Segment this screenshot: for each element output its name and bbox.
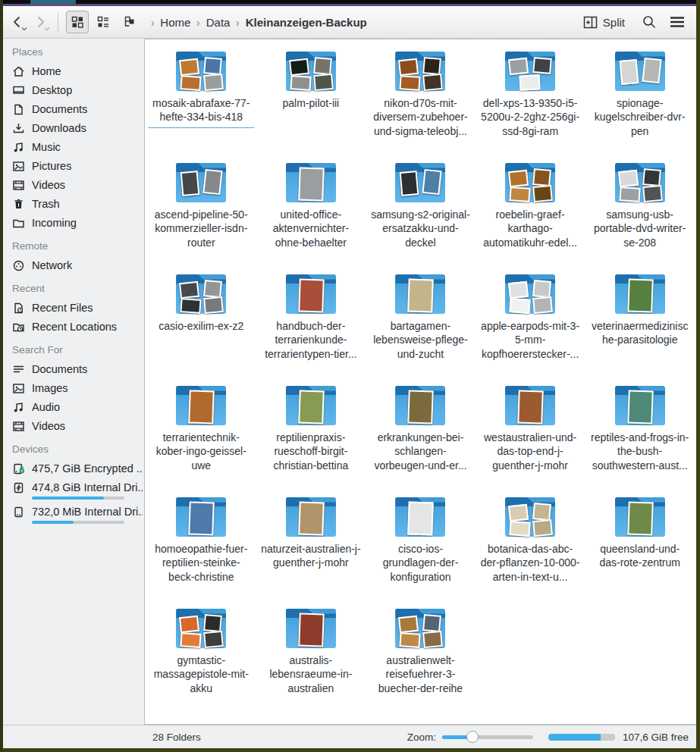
- sidebar-item-images[interactable]: Images: [11, 379, 144, 398]
- sidebar-item-label: Audio: [32, 401, 60, 414]
- folder-item[interactable]: handbuch-der-terrarienkunde-terrarientyp…: [256, 270, 366, 381]
- folder-item[interactable]: apple-earpods-mit-3-5-mm-kopfhoerersteck…: [476, 270, 585, 381]
- sidebar-item-474-8-gib-internal-dri[interactable]: 474,8 GiB Internal Dri...: [11, 478, 144, 503]
- zoom-slider-handle[interactable]: [466, 731, 479, 743]
- folder-label: handbuch-der-terrarienkunde-terrarientyp…: [261, 319, 361, 361]
- folder-item[interactable]: spionage-kugelschreiber-dvr-pen: [585, 47, 695, 158]
- sidebar-item-audio[interactable]: Audio: [11, 398, 144, 417]
- folder-label: casio-exilim-ex-z2: [159, 319, 243, 333]
- back-button[interactable]: [8, 12, 27, 32]
- device-usage-fill: [32, 521, 74, 524]
- folder-item[interactable]: cisco-ios-grundlagen-der-konfiguration: [366, 493, 476, 604]
- folder-item[interactable]: botanica-das-abc-der-pflanzen-10-000-art…: [476, 493, 585, 604]
- folder-view[interactable]: mosaik-abrafaxe-77-hefte-334-bis-418palm…: [144, 39, 696, 725]
- sidebar-item-music[interactable]: Music: [11, 138, 144, 157]
- sidebar-item-videos[interactable]: Videos: [11, 417, 144, 436]
- sidebar-section-title: Places: [12, 46, 144, 58]
- folder-preview-thumb: [423, 631, 444, 648]
- sidebar-item-pictures[interactable]: Pictures: [11, 157, 144, 176]
- folder-item[interactable]: terrarientechnik-kober-ingo-geissel-uwe: [146, 381, 256, 493]
- sidebar-item-downloads[interactable]: Downloads: [11, 119, 144, 138]
- compact-view-button[interactable]: [92, 11, 115, 33]
- trash-icon: [12, 198, 25, 211]
- folder-preview-thumb: [520, 74, 541, 90]
- folder-icon: [395, 496, 445, 538]
- sidebar-item-label: Desktop: [32, 84, 72, 97]
- sidebar-item-documents[interactable]: Documents: [11, 100, 144, 119]
- sidebar-item-recent-files[interactable]: Recent Files: [11, 299, 144, 318]
- sidebar-item-label: 732,0 MiB Internal Dri...: [32, 506, 143, 519]
- folder-item[interactable]: westaustralien-und-das-top-end-j-guenthe…: [476, 381, 585, 493]
- folder-preview-thumb: [423, 74, 444, 91]
- folder-item[interactable]: united-office-aktenvernichter-ohne-behae…: [256, 158, 366, 270]
- places-panel: PlacesHomeDesktopDocumentsDownloadsMusic…: [3, 39, 144, 725]
- folder-item[interactable]: reptiles-and-frogs-in-the-bush-southwest…: [585, 381, 695, 493]
- details-view-button[interactable]: [118, 11, 140, 33]
- icons-view-button[interactable]: [66, 11, 89, 33]
- sidebar-item-home[interactable]: Home: [11, 62, 144, 81]
- folder-item[interactable]: australienwelt-reisefuehrer-3-buecher-de…: [366, 604, 476, 716]
- folder-preview-thumb: [203, 74, 224, 91]
- folder-preview-thumb: [298, 390, 325, 424]
- folder-item[interactable]: gymtastic-massagepistole-mit-akku: [146, 604, 256, 716]
- zoom-slider[interactable]: [442, 731, 533, 743]
- breadcrumb-item[interactable]: Data: [206, 16, 231, 29]
- sidebar-item-label: Documents: [32, 363, 87, 376]
- split-button[interactable]: Split: [580, 13, 628, 32]
- details-view-icon: [122, 15, 136, 29]
- zoom-label: Zoom:: [407, 732, 436, 743]
- folder-icon: [505, 496, 555, 538]
- folder-icon: [615, 50, 665, 92]
- sidebar-item-videos[interactable]: Videos: [11, 176, 144, 195]
- sidebar-item-incoming[interactable]: Incoming: [11, 214, 144, 233]
- folder-item[interactable]: palm-pilot-iii: [256, 47, 366, 158]
- folder-preview-thumb: [398, 58, 419, 76]
- breadcrumb-item[interactable]: Home: [160, 16, 190, 29]
- sidebar-item-documents[interactable]: Documents: [11, 360, 144, 379]
- folder-item[interactable]: casio-exilim-ex-z2: [146, 270, 256, 381]
- folder-item[interactable]: queensland-und-das-rote-zentrum: [585, 493, 695, 604]
- folder-item[interactable]: naturzeit-australien-j-guenther-j-mohr: [256, 493, 366, 604]
- folder-item[interactable]: samsung-s2-original-ersatzakku-und-decke…: [366, 158, 476, 270]
- folder-item[interactable]: mosaik-abrafaxe-77-hefte-334-bis-418: [146, 47, 256, 158]
- menu-button[interactable]: [666, 13, 689, 31]
- sidebar-item-desktop[interactable]: Desktop: [11, 81, 144, 100]
- folder-preview-thumb: [203, 169, 223, 195]
- folder-item[interactable]: australis-lebensraeume-in-australien: [256, 604, 366, 716]
- folder-item[interactable]: bartagamen-lebensweise-pflege-und-zucht: [366, 270, 476, 381]
- sidebar-item-trash[interactable]: Trash: [11, 195, 144, 214]
- folder-label: cisco-ios-grundlagen-der-konfiguration: [370, 542, 470, 584]
- sidebar-item-475-7-gib-encrypted[interactable]: 475,7 GiB Encrypted ...: [11, 459, 144, 478]
- folder-item[interactable]: ascend-pipeline-50-kommerzieller-isdn-ro…: [146, 158, 256, 270]
- lines-icon: [12, 363, 25, 376]
- sidebar-item-recent-locations[interactable]: Recent Locations: [11, 318, 144, 337]
- main-toolbar: ›Home›Data›Kleinanzeigen-Backup Split: [3, 6, 696, 39]
- folder-item[interactable]: samsung-usb-portable-dvd-writer-se-208: [585, 158, 695, 270]
- folder-preview-thumb: [203, 296, 224, 314]
- sidebar-item-732-0-mib-internal-dri[interactable]: 732,0 MiB Internal Dri...: [11, 503, 144, 527]
- folder-preview-thumb: [423, 614, 442, 632]
- breadcrumb-item[interactable]: Kleinanzeigen-Backup: [246, 16, 367, 29]
- folder-label: samsung-usb-portable-dvd-writer-se-208: [590, 208, 690, 249]
- sidebar-item-network[interactable]: Network: [11, 256, 144, 275]
- folder-preview-thumb: [189, 390, 215, 424]
- folder-item[interactable]: roebelin-graef-karthago-automatikuhr-ede…: [476, 158, 585, 270]
- forward-button[interactable]: [30, 12, 50, 32]
- folder-item[interactable]: veterinaermedizinische-parasitologie: [585, 270, 695, 381]
- forward-dropdown-icon[interactable]: [44, 27, 50, 31]
- folder-preview-thumb: [532, 168, 551, 186]
- folder-item[interactable]: homoeopathie-fuer-reptilien-steinke-beck…: [146, 493, 256, 604]
- network-icon: [12, 259, 25, 272]
- folder-item[interactable]: dell-xps-13-9350-i5-5200u-2-2ghz-256gi-s…: [476, 47, 585, 158]
- folder-item[interactable]: erkrankungen-bei-schlangen-vorbeugen-und…: [366, 381, 476, 493]
- folder-label: mosaik-abrafaxe-77-hefte-334-bis-418: [151, 96, 251, 124]
- breadcrumb-separator-icon: ›: [237, 15, 240, 28]
- folder-item[interactable]: nikon-d70s-mit-diversem-zubehoer-und-sig…: [366, 47, 476, 158]
- folder-preview-thumb: [298, 501, 325, 535]
- device-usage-bar: [32, 521, 124, 524]
- back-dropdown-icon[interactable]: [21, 27, 27, 31]
- video-icon: [12, 420, 25, 433]
- search-button[interactable]: [639, 11, 660, 33]
- folder-item[interactable]: reptilienpraxis-rueschoff-birgit-christi…: [256, 381, 366, 493]
- folder-icon: [505, 384, 555, 427]
